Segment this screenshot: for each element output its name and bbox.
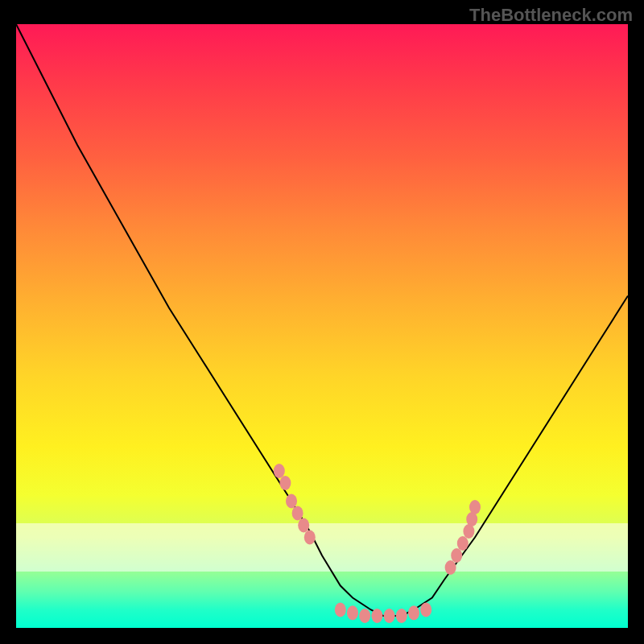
marker-dot [298, 518, 309, 533]
haze-band [16, 523, 628, 572]
marker-dot [445, 560, 456, 575]
marker-dot [304, 530, 316, 545]
chart-area [16, 24, 628, 628]
marker-dot [451, 548, 462, 563]
marker-dot [274, 464, 285, 478]
marker-dot [292, 506, 303, 521]
marker-dot [396, 609, 407, 623]
marker-dot [408, 605, 419, 620]
chart-svg [16, 24, 628, 628]
marker-dot [347, 605, 358, 620]
marker-dot [335, 603, 346, 617]
marker-dot [469, 500, 481, 514]
marker-dot [420, 603, 431, 617]
marker-dot [384, 609, 395, 623]
marker-dot [359, 609, 370, 623]
marker-dot [286, 494, 297, 509]
marker-dot [371, 609, 382, 623]
watermark-text: TheBottleneck.com [469, 5, 633, 26]
marker-dot [457, 536, 469, 551]
marker-dot [279, 476, 291, 490]
